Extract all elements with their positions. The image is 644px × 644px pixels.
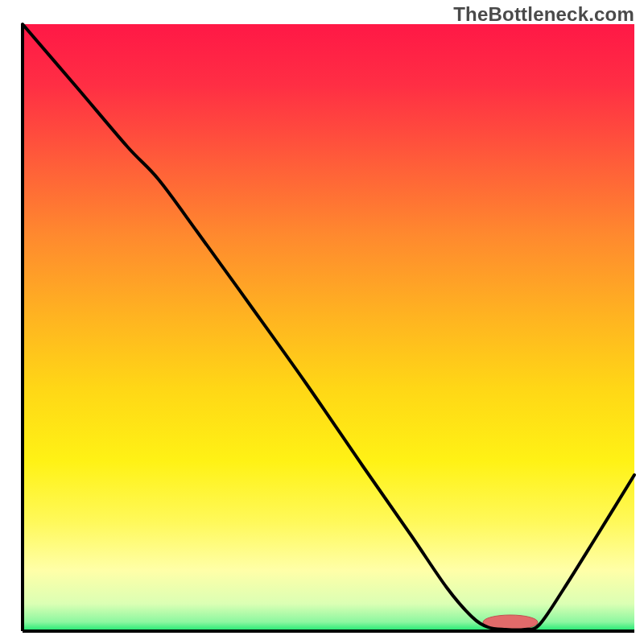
bottleneck-plot [0, 0, 644, 644]
gradient-background [23, 24, 634, 631]
chart-stage: TheBottleneck.com [0, 0, 644, 644]
